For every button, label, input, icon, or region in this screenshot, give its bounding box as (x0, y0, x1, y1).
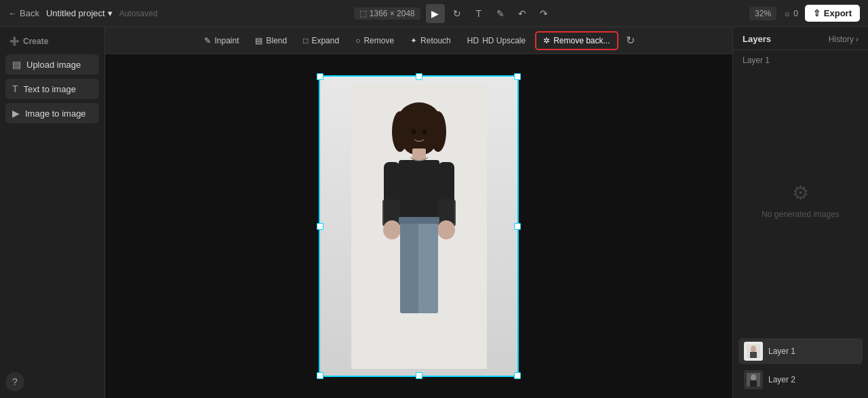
notification-badge[interactable]: ☼ 0 (783, 9, 798, 18)
create-label: Create (23, 37, 48, 46)
top-bar-center: ⬚ 1366 × 2048 ▶ ↻ T ✎ ↶ ↷ (354, 4, 553, 23)
hd-icon: HD (467, 36, 479, 45)
main-area: ➕ Create ▤ Upload image T Text to image … (0, 27, 868, 398)
rotate-tool-btn[interactable]: ↻ (448, 4, 467, 23)
retouch-button[interactable]: ✦ Retouch (403, 33, 458, 49)
retouch-icon: ✦ (410, 36, 417, 45)
text-icon: T (12, 83, 18, 94)
layers-header: Layers History › (733, 27, 868, 50)
top-bar-tools: ▶ ↻ T ✎ ↶ ↷ (426, 4, 553, 23)
history-button[interactable]: History › (829, 35, 859, 44)
notif-count: 0 (793, 9, 798, 18)
svg-point-21 (751, 346, 756, 353)
svg-rect-22 (750, 352, 757, 358)
upscale-button[interactable]: HD HD Upscale (460, 33, 532, 49)
zoom-control[interactable]: 32% (749, 7, 776, 20)
remove-background-button[interactable]: ✲ Remove back... (535, 31, 618, 50)
undo-btn[interactable]: ↶ (513, 4, 532, 23)
layer-1-thumbnail (744, 342, 763, 361)
svg-rect-16 (420, 218, 438, 313)
layer-item-2[interactable]: Layer 2 (738, 367, 863, 393)
create-header: ➕ Create (5, 34, 99, 50)
blend-label: Blend (266, 36, 287, 45)
svg-rect-15 (400, 218, 418, 313)
dimension-text: 1366 × 2048 (370, 9, 415, 18)
canvas-image-container[interactable] (319, 75, 519, 377)
layer-item-1[interactable]: Layer 1 (738, 338, 863, 364)
chevron-down-icon: ▾ (108, 8, 113, 18)
inpaint-button[interactable]: ✎ Inpaint (197, 33, 245, 49)
upscale-label: HD Upscale (482, 36, 526, 45)
top-bar-left: ← Back Untitled project ▾ Autosaved (8, 8, 157, 18)
text-to-image-button[interactable]: T Text to image (5, 79, 99, 99)
remove-bg-label: Remove back... (553, 36, 610, 45)
export-button[interactable]: ⇧ Export (805, 5, 860, 22)
svg-rect-25 (750, 380, 757, 386)
chevron-right-icon: › (856, 35, 859, 44)
zoom-value: 32% (755, 9, 771, 18)
layers-list: Layer 1 Layer 2 (733, 333, 868, 398)
no-images-area: ⚙ No generated images (733, 68, 868, 333)
redo-btn[interactable]: ↷ (534, 4, 553, 23)
expand-label: Expand (311, 36, 339, 45)
autosaved-status: Autosaved (119, 9, 158, 18)
upload-image-button[interactable]: ▤ Upload image (5, 54, 99, 75)
resize-icon: ⬚ (359, 9, 367, 18)
back-icon: ← (8, 8, 17, 18)
svg-rect-7 (399, 160, 439, 221)
blend-icon: ▤ (255, 36, 262, 45)
image-icon: ▶ (12, 108, 20, 119)
bell-icon: ☼ (783, 9, 791, 18)
expand-button[interactable]: □ Expand (296, 33, 346, 49)
refresh-button[interactable]: ↻ (621, 31, 640, 50)
canvas-area: ✎ Inpaint ▤ Blend □ Expand ○ Remove ✦ Re… (105, 27, 732, 398)
remove-button[interactable]: ○ Remove (349, 33, 401, 49)
export-icon: ⇧ (813, 8, 821, 18)
image-to-image-label: Image to image (25, 108, 86, 119)
canvas-viewport[interactable] (105, 54, 732, 398)
remove-icon: ○ (355, 36, 360, 45)
left-sidebar: ➕ Create ▤ Upload image T Text to image … (0, 27, 105, 398)
dimension-badge: ⬚ 1366 × 2048 (354, 7, 420, 20)
svg-point-24 (751, 374, 756, 381)
retouch-label: Retouch (420, 36, 451, 45)
layer-1-name: Layer 1 (768, 346, 795, 356)
layer-section-label: Layer 1 (733, 50, 868, 68)
question-icon: ? (12, 376, 18, 387)
upload-icon: ▤ (12, 59, 21, 70)
export-label: Export (824, 8, 852, 18)
inpaint-label: Inpaint (214, 36, 239, 45)
select-tool-btn[interactable]: ▶ (426, 4, 445, 23)
text-tool-btn[interactable]: T (469, 4, 488, 23)
svg-point-13 (437, 220, 455, 239)
create-icon: ➕ (9, 37, 20, 46)
history-label: History (829, 35, 854, 44)
pen-tool-btn[interactable]: ✎ (491, 4, 510, 23)
back-button[interactable]: ← Back (8, 8, 39, 18)
project-name[interactable]: Untitled project ▾ (46, 8, 113, 18)
layers-title: Layers (743, 34, 771, 44)
top-bar: ← Back Untitled project ▾ Autosaved ⬚ 13… (0, 0, 868, 27)
svg-point-19 (422, 129, 427, 134)
back-label: Back (20, 8, 39, 18)
remove-label: Remove (363, 36, 394, 45)
svg-point-18 (412, 129, 416, 134)
svg-point-12 (383, 220, 401, 239)
top-bar-right: 32% ☼ 0 ⇧ Export (749, 5, 860, 22)
layer-2-thumbnail (744, 370, 763, 389)
project-name-text: Untitled project (46, 8, 105, 18)
upload-image-label: Upload image (26, 60, 81, 70)
blend-button[interactable]: ▤ Blend (248, 33, 294, 49)
layer-2-name: Layer 2 (768, 375, 795, 384)
refresh-icon: ↻ (626, 34, 635, 47)
right-sidebar: Layers History › Layer 1 ⚙ No generated … (732, 27, 868, 398)
text-to-image-label: Text to image (24, 84, 76, 94)
edit-toolbar: ✎ Inpaint ▤ Blend □ Expand ○ Remove ✦ Re… (105, 27, 732, 54)
image-to-image-button[interactable]: ▶ Image to image (5, 103, 99, 123)
svg-rect-17 (399, 217, 439, 224)
expand-icon: □ (303, 36, 308, 45)
remove-bg-icon: ✲ (543, 36, 550, 45)
help-button[interactable]: ? (5, 372, 24, 391)
image-mockup (319, 75, 519, 377)
no-images-icon: ⚙ (792, 182, 809, 204)
